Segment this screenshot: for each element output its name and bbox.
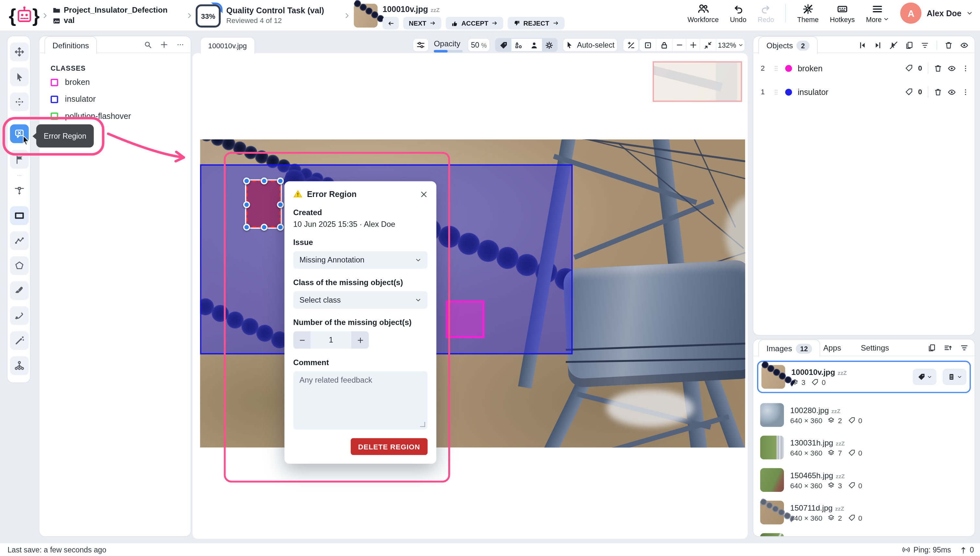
polyline-tool-button[interactable] [10, 231, 29, 250]
sort-icon[interactable] [944, 344, 952, 352]
tab-apps[interactable]: Apps [823, 344, 841, 352]
tab-definitions[interactable]: Definitions [44, 36, 97, 54]
accept-button[interactable]: ACCEPT [446, 17, 503, 29]
fit-view-button[interactable] [639, 39, 656, 52]
move-tool-button[interactable] [10, 42, 29, 61]
trash-icon[interactable] [945, 41, 953, 49]
overflow-menu-icon[interactable] [176, 40, 184, 48]
brush-tool-button[interactable] [10, 281, 29, 300]
close-icon[interactable] [420, 190, 427, 198]
arrow-right-icon [492, 20, 498, 26]
copy-icon[interactable] [905, 41, 913, 49]
image-item[interactable]: 100280.jpgzzZ 640 × 360 2 0 [757, 399, 971, 431]
current-image-thumbnail[interactable] [354, 4, 378, 27]
image-item[interactable]: 150711d.jpgzzZ 640 × 360 2 0 [757, 497, 971, 528]
lock-view-button[interactable] [656, 39, 672, 52]
keypoint-tool-button[interactable] [10, 181, 29, 200]
hierarchy-tool-button[interactable] [10, 356, 29, 375]
delete-region-button[interactable]: DELETE REGION [351, 438, 428, 455]
class-item-insulator[interactable]: insulator [50, 94, 95, 104]
canvas-image-tab[interactable]: 100010v.jpg [200, 37, 255, 54]
magic-wand-tool-button[interactable] [10, 331, 29, 350]
kebab-menu-icon[interactable] [962, 88, 970, 96]
trash-icon[interactable] [934, 88, 942, 96]
image-item-selected[interactable]: 100010v.jpgzzZ 3 0 [757, 360, 971, 393]
kebab-menu-icon[interactable] [962, 64, 970, 72]
pan-tool-button[interactable] [10, 92, 29, 111]
plus-minus-mode-button[interactable] [623, 38, 639, 52]
toggle-labels-button[interactable] [496, 39, 511, 52]
image-tag-dropdown-button[interactable] [913, 369, 936, 385]
prev-image-button[interactable] [383, 17, 399, 29]
app-logo[interactable]: { } [9, 4, 40, 27]
deselect-icon[interactable] [889, 41, 898, 49]
resize-grip-icon[interactable] [420, 422, 425, 427]
opacity-value-box[interactable]: 50% [467, 38, 490, 52]
object-row-insulator[interactable]: 1 insulator 0 [761, 82, 970, 102]
issue-select[interactable]: Missing Annotation [293, 251, 428, 268]
drag-handle-icon[interactable] [773, 64, 779, 72]
skip-first-icon[interactable] [859, 41, 867, 49]
task-progress-badge[interactable]: 33% [196, 5, 221, 27]
eye-icon[interactable] [960, 41, 968, 49]
image-stats: 640 × 360 2 0 [790, 514, 862, 522]
zoom-level-dropdown[interactable]: 132% [716, 39, 745, 52]
auto-select-button[interactable]: Auto-select [563, 38, 618, 52]
reject-button[interactable]: REJECT [508, 17, 564, 29]
image-status-dropdown-button[interactable] [943, 369, 966, 385]
zoom-in-button[interactable] [686, 39, 699, 52]
select-tool-button[interactable] [10, 67, 29, 86]
breadcrumb-project[interactable]: Project_Insulator_Defection [52, 5, 168, 14]
status-right: Ping: 95ms 0 [902, 545, 974, 554]
image-item[interactable]: 130031h.jpgzzZ 640 × 360 7 0 [757, 432, 971, 463]
missing-class-select[interactable]: Select class [293, 291, 428, 309]
class-item-broken[interactable]: broken [50, 78, 90, 87]
view-settings-button[interactable] [412, 38, 429, 52]
image-item-clipped[interactable] [757, 529, 971, 537]
task-info[interactable]: Quality Control Task (val) Reviewed 4 of… [226, 5, 324, 24]
eye-icon[interactable] [948, 64, 956, 72]
collapse-view-button[interactable] [700, 39, 716, 52]
broken-annotation-box[interactable] [446, 301, 485, 338]
add-class-icon[interactable] [160, 40, 168, 48]
tab-settings[interactable]: Settings [861, 344, 889, 352]
copy-icon[interactable] [928, 344, 936, 352]
image-item[interactable]: 150465h.jpgzzZ 640 × 360 3 0 [757, 464, 971, 495]
scribble-tool-button[interactable] [10, 306, 29, 325]
trash-icon[interactable] [934, 64, 942, 72]
toggle-settings-button[interactable] [542, 39, 557, 52]
comment-textarea[interactable]: Any related feedback [293, 371, 428, 429]
next-image-button[interactable]: NEXT [403, 17, 441, 29]
workforce-button[interactable]: Workforce [687, 3, 718, 23]
tab-objects[interactable]: Objects 2 [758, 36, 817, 54]
filter-icon[interactable] [921, 41, 929, 49]
hotkeys-button[interactable]: Hotkeys [830, 3, 855, 23]
polygon-tool-button[interactable] [10, 256, 29, 275]
bbox-tool-button[interactable] [10, 206, 29, 225]
theme-button[interactable]: Theme [797, 3, 818, 23]
undo-button[interactable]: Undo [730, 3, 746, 23]
filter-icon[interactable] [960, 344, 968, 352]
object-row-broken[interactable]: 2 broken 0 [761, 59, 970, 78]
zoom-out-button[interactable] [672, 39, 686, 52]
images-panel: Images 12 Apps Settings 100010v.jpgzzZ 3… [753, 339, 975, 537]
more-button[interactable]: More [866, 3, 889, 23]
eye-icon[interactable] [948, 88, 956, 96]
opacity-slider[interactable] [434, 50, 463, 52]
redo-button[interactable]: Redo [758, 3, 774, 23]
user-menu[interactable]: A Alex Doe [900, 3, 972, 24]
stepper-decrement-button[interactable] [293, 331, 311, 349]
skip-last-icon[interactable] [874, 41, 882, 49]
toggle-shapes-button[interactable] [511, 39, 526, 52]
opacity-value: 50 [471, 40, 479, 49]
toggle-author-button[interactable] [526, 39, 542, 52]
minimap-overview[interactable] [653, 61, 742, 102]
tab-images[interactable]: Images 12 [758, 339, 820, 357]
stepper-value[interactable]: 1 [311, 331, 351, 349]
breadcrumb-dataset[interactable]: val [52, 16, 168, 25]
stepper-increment-button[interactable] [351, 331, 369, 349]
definitions-header-icons [144, 40, 184, 48]
drag-handle-icon[interactable] [773, 88, 779, 96]
rail-overflow-dots-icon[interactable] [10, 172, 29, 179]
search-icon[interactable] [144, 40, 152, 48]
